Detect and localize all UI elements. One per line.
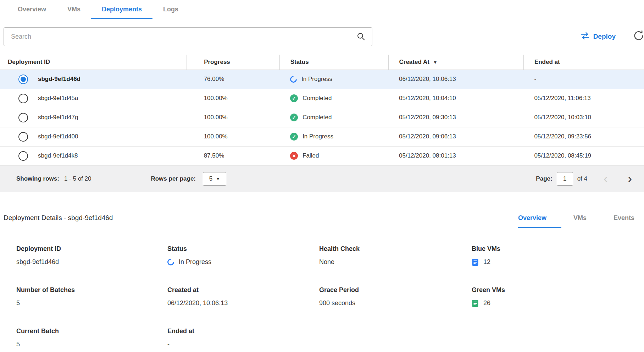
deployment-id: sbgd-9ef1d45a xyxy=(38,95,78,102)
status-label: Completed xyxy=(302,114,332,121)
tab-vms[interactable]: VMs xyxy=(57,0,91,19)
column-header-status[interactable]: Status xyxy=(279,55,388,70)
status-icon xyxy=(290,133,298,141)
row-radio[interactable] xyxy=(18,113,28,122)
green-vm-icon xyxy=(472,299,479,308)
column-header-deployment-id[interactable]: Deployment ID xyxy=(0,55,187,70)
details-status-icon xyxy=(166,257,176,267)
field-blue-vms: Blue VMs 12 xyxy=(472,245,644,266)
progress-value: 87.50% xyxy=(187,146,280,165)
field-current-batch: Current Batch 5 xyxy=(16,328,167,349)
deployments-page: { "top_tabs": { "items": [ {"label": "Ov… xyxy=(0,0,644,352)
deploy-button[interactable]: Deploy xyxy=(579,30,617,44)
pagination-bar: Showing rows: 1 - 5 of 20 Rows per page:… xyxy=(0,166,644,192)
showing-rows-label: Showing rows: xyxy=(16,175,59,182)
row-radio[interactable] xyxy=(18,75,28,84)
details-tab-overview[interactable]: Overview xyxy=(518,214,546,228)
deployment-id: sbgd-9ef1d400 xyxy=(38,133,78,140)
deployment-id: sbgd-9ef1d47g xyxy=(38,114,78,121)
status-label: In Progress xyxy=(301,76,332,83)
details-tab-vms[interactable]: VMs xyxy=(573,214,587,228)
field-deployment-id: Deployment ID sbgd-9ef1d46d xyxy=(16,245,167,266)
field-green-vms: Green VMs 26 xyxy=(472,286,644,308)
field-health-check: Health Check None xyxy=(319,245,472,266)
deployments-table: Deployment ID Progress Status Created At… xyxy=(0,55,644,166)
search-icon xyxy=(356,32,366,41)
created-at-value: 05/12/2020, 09:30:13 xyxy=(388,108,523,127)
progress-value: 100.00% xyxy=(187,89,280,108)
created-at-value: 05/12/2020, 08:01:13 xyxy=(388,146,523,165)
progress-value: 100.00% xyxy=(187,108,280,127)
field-grace-period: Grace Period 900 seconds xyxy=(319,286,472,308)
page-label: Page: xyxy=(536,175,552,182)
table-row[interactable]: sbgd-9ef1d45a 100.00% Completed 05/12/20… xyxy=(0,89,644,108)
page-input[interactable] xyxy=(557,172,573,186)
column-header-progress[interactable]: Progress xyxy=(187,55,280,70)
table-row[interactable]: sbgd-9ef1d400 100.00% In Progress 05/12/… xyxy=(0,127,644,146)
row-radio[interactable] xyxy=(18,132,28,142)
toolbar: Deploy xyxy=(4,27,640,46)
chevron-down-icon: ▼ xyxy=(216,177,220,181)
sort-desc-icon: ▼ xyxy=(433,60,438,65)
field-ended-at: Ended at - xyxy=(167,328,319,349)
ended-at-value: 05/12/2020, 11:06:13 xyxy=(523,89,644,108)
search-input[interactable] xyxy=(10,33,356,41)
deployment-details-section: Deployment Details - sbgd-9ef1d46d Overv… xyxy=(0,214,644,349)
deployment-id: sbgd-9ef1d46d xyxy=(38,76,80,83)
deploy-button-label: Deploy xyxy=(593,33,616,40)
deployment-id: sbgd-9ef1d4k8 xyxy=(38,152,78,159)
ended-at-value: - xyxy=(523,70,644,89)
table-row[interactable]: sbgd-9ef1d4k8 87.50% Failed 05/12/2020, … xyxy=(0,146,644,165)
row-radio[interactable] xyxy=(18,94,28,103)
status-icon xyxy=(289,75,298,84)
ended-at-value: 05/12/2020, 08:45:19 xyxy=(523,146,644,165)
ended-at-value: 05/12/2020, 10:03:10 xyxy=(523,108,644,127)
field-number-of-batches: Number of Batches 5 xyxy=(16,286,167,308)
refresh-icon[interactable] xyxy=(633,30,644,44)
page-total: of 4 xyxy=(577,175,587,182)
rows-per-page-label: Rows per page: xyxy=(151,175,196,182)
details-tab-bar: Overview VMs Events xyxy=(518,214,634,228)
prev-page-button[interactable]: ‹ xyxy=(602,172,609,185)
details-title: Deployment Details - sbgd-9ef1d46d xyxy=(4,214,113,228)
tab-deployments[interactable]: Deployments xyxy=(91,0,152,19)
rows-per-page-select[interactable]: 5 ▼ xyxy=(203,172,226,186)
tab-overview[interactable]: Overview xyxy=(7,0,57,19)
top-tab-bar: Overview VMs Deployments Logs xyxy=(0,0,644,19)
tab-logs[interactable]: Logs xyxy=(152,0,189,19)
column-header-ended-at[interactable]: Ended at xyxy=(523,55,644,70)
column-header-created-at[interactable]: Created At▼ xyxy=(388,55,523,70)
details-grid: Deployment ID sbgd-9ef1d46d Status In Pr… xyxy=(0,245,644,349)
row-radio[interactable] xyxy=(18,151,28,161)
search-box[interactable] xyxy=(4,27,372,46)
status-icon xyxy=(290,152,298,160)
progress-value: 76.00% xyxy=(187,70,280,89)
created-at-value: 06/12/2020, 10:06:13 xyxy=(388,70,523,89)
status-label: Failed xyxy=(302,152,319,159)
blue-vm-icon xyxy=(472,258,479,266)
status-icon xyxy=(290,114,298,121)
status-label: In Progress xyxy=(302,133,333,140)
created-at-value: 05/12/2020, 10:04:10 xyxy=(388,89,523,108)
status-icon xyxy=(290,94,298,102)
progress-value: 100.00% xyxy=(187,127,280,146)
rows-per-page-value: 5 xyxy=(209,175,212,182)
status-label: Completed xyxy=(302,95,332,102)
created-at-value: 05/12/2020, 09:06:13 xyxy=(388,127,523,146)
table-header-row: Deployment ID Progress Status Created At… xyxy=(0,55,644,70)
field-status: Status In Progress xyxy=(167,245,319,266)
details-tab-events[interactable]: Events xyxy=(614,214,634,228)
table-row[interactable]: sbgd-9ef1d47g 100.00% Completed 05/12/20… xyxy=(0,108,644,127)
ended-at-value: 05/12/2020, 09:23:56 xyxy=(523,127,644,146)
showing-rows-value: 1 - 5 of 20 xyxy=(64,175,91,182)
deploy-arrows-icon xyxy=(581,32,590,42)
next-page-button[interactable]: › xyxy=(626,172,633,185)
field-created-at: Created at 06/12/2020, 10:06:13 xyxy=(167,286,319,308)
table-row[interactable]: sbgd-9ef1d46d 76.00% In Progress 06/12/2… xyxy=(0,70,644,89)
